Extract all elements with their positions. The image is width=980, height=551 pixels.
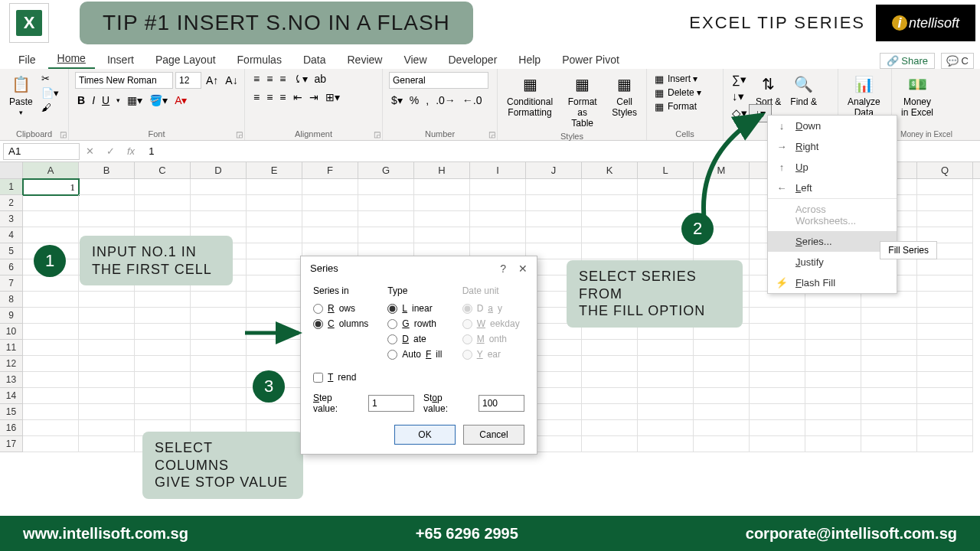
cell-L14[interactable] — [638, 388, 694, 404]
cell-M13[interactable] — [694, 372, 750, 388]
row-header-12[interactable]: 12 — [0, 356, 23, 372]
cell-L5[interactable] — [638, 243, 694, 259]
number-launcher-icon[interactable]: ◲ — [488, 130, 495, 139]
cell-C3[interactable] — [135, 211, 191, 227]
select-all-corner[interactable] — [0, 162, 23, 178]
number-format-select[interactable] — [389, 72, 488, 89]
growth-radio[interactable]: Growth — [387, 316, 449, 331]
fill-up-item[interactable]: ↑Up — [768, 157, 897, 178]
cell-M17[interactable] — [694, 436, 750, 452]
cell-C11[interactable] — [135, 340, 191, 356]
dialog-close-icon[interactable]: ✕ — [518, 262, 528, 275]
cell-I4[interactable] — [470, 227, 526, 243]
cell-Q1[interactable] — [917, 179, 973, 195]
cell-O13[interactable] — [805, 372, 861, 388]
cell-A12[interactable] — [23, 356, 79, 372]
col-header-A[interactable]: A — [23, 162, 79, 178]
cell-Q9[interactable] — [917, 308, 973, 324]
autofill-radio[interactable]: AutoFill — [387, 347, 449, 362]
cell-E15[interactable] — [247, 404, 302, 420]
align-left-icon[interactable]: ≡ — [251, 90, 262, 104]
cell-B12[interactable] — [79, 356, 135, 372]
row-header-6[interactable]: 6 — [0, 259, 23, 276]
cell-Q15[interactable] — [917, 404, 973, 420]
cell-Q3[interactable] — [917, 211, 973, 227]
stop-value-input[interactable] — [479, 395, 524, 412]
border-icon[interactable]: ▦▾ — [125, 93, 145, 107]
fill-justify-item[interactable]: Justify — [768, 252, 897, 272]
fx-icon[interactable]: fx — [121, 145, 141, 157]
col-header-C[interactable]: C — [135, 162, 191, 178]
col-header-G[interactable]: G — [358, 162, 414, 178]
cell-A15[interactable] — [23, 404, 79, 420]
align-middle-icon[interactable]: ≡ — [264, 72, 275, 86]
cell-N10[interactable] — [750, 324, 805, 340]
cell-E4[interactable] — [247, 227, 302, 243]
orientation-icon[interactable]: ⤹▾ — [291, 72, 310, 86]
cell-K12[interactable] — [582, 356, 638, 372]
cell-E1[interactable] — [247, 179, 302, 195]
cell-Q16[interactable] — [917, 420, 973, 436]
tab-view[interactable]: View — [394, 51, 436, 69]
row-header-1[interactable]: 1 — [0, 179, 23, 195]
cell-K5[interactable] — [582, 243, 638, 259]
align-bottom-icon[interactable]: ≡ — [277, 72, 288, 86]
tab-data[interactable]: Data — [294, 51, 335, 69]
cell-A11[interactable] — [23, 340, 79, 356]
cell-O16[interactable] — [805, 420, 861, 436]
cell-C8[interactable] — [135, 292, 191, 308]
cell-L12[interactable] — [638, 356, 694, 372]
linear-radio[interactable]: Linear — [387, 301, 449, 316]
row-header-8[interactable]: 8 — [0, 292, 23, 308]
autosum-icon[interactable]: ∑▾ — [730, 72, 750, 87]
cancel-formula-icon[interactable]: ✕ — [80, 145, 100, 157]
row-header-7[interactable]: 7 — [0, 276, 23, 292]
cell-J2[interactable] — [526, 195, 582, 211]
cell-Q14[interactable] — [917, 388, 973, 404]
cell-D13[interactable] — [191, 372, 247, 388]
col-header-H[interactable]: H — [414, 162, 470, 178]
formula-value[interactable]: 1 — [141, 145, 154, 157]
cell-N16[interactable] — [750, 420, 805, 436]
cell-K11[interactable] — [582, 340, 638, 356]
fill-down-item[interactable]: ↓Down — [768, 116, 897, 136]
font-launcher-icon[interactable]: ◲ — [236, 130, 243, 139]
cell-A14[interactable] — [23, 388, 79, 404]
cell-B1[interactable] — [79, 179, 135, 195]
find-select-button[interactable]: 🔍Find & — [787, 72, 820, 109]
cell-Q12[interactable] — [917, 356, 973, 372]
conditional-formatting-button[interactable]: ▦Conditional Formatting — [504, 72, 556, 119]
col-header-L[interactable]: L — [638, 162, 694, 178]
tab-home[interactable]: Home — [48, 49, 95, 69]
cell-P17[interactable] — [861, 436, 917, 452]
wrap-text-icon[interactable]: ab — [312, 72, 329, 86]
cell-E5[interactable] — [247, 243, 302, 259]
decrease-indent-icon[interactable]: ⇤ — [291, 90, 305, 104]
row-header-10[interactable]: 10 — [0, 324, 23, 340]
cell-B14[interactable] — [79, 388, 135, 404]
cell-D3[interactable] — [191, 211, 247, 227]
cell-O9[interactable] — [805, 308, 861, 324]
row-header-15[interactable]: 15 — [0, 404, 23, 420]
name-box[interactable] — [3, 143, 80, 160]
clipboard-launcher-icon[interactable]: ◲ — [60, 130, 67, 139]
cell-Q6[interactable] — [917, 259, 973, 276]
row-header-11[interactable]: 11 — [0, 340, 23, 356]
row-header-5[interactable]: 5 — [0, 243, 23, 259]
decrease-decimal-icon[interactable]: ←.0 — [460, 93, 485, 107]
cell-O8[interactable] — [805, 292, 861, 308]
row-header-16[interactable]: 16 — [0, 420, 23, 436]
cell-D10[interactable] — [191, 324, 247, 340]
cell-K17[interactable] — [582, 436, 638, 452]
fill-series-item[interactable]: Series... — [768, 231, 897, 252]
increase-decimal-icon[interactable]: .0→ — [433, 93, 458, 107]
tab-help[interactable]: Help — [509, 51, 550, 69]
align-top-icon[interactable]: ≡ — [251, 72, 262, 86]
cell-styles-button[interactable]: ▦Cell Styles — [609, 72, 640, 119]
cell-Q13[interactable] — [917, 372, 973, 388]
cell-N17[interactable] — [750, 436, 805, 452]
cell-A9[interactable] — [23, 308, 79, 324]
cell-F1[interactable] — [302, 179, 358, 195]
cell-H1[interactable] — [414, 179, 470, 195]
cell-O15[interactable] — [805, 404, 861, 420]
